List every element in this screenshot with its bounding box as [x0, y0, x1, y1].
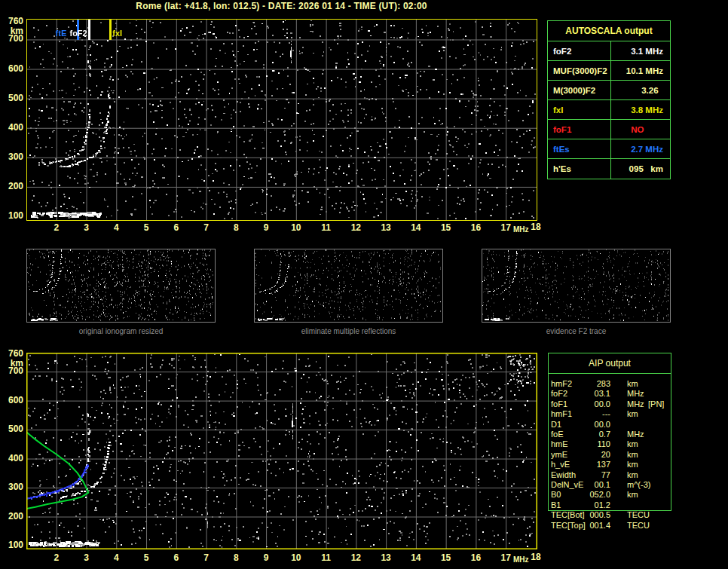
aip-unit: km [627, 439, 638, 448]
parameter-row: h'Es095 km [548, 159, 670, 179]
aip-unit: TECU [627, 521, 650, 530]
x-axis-label: 3 [75, 553, 98, 563]
thumbnail-caption: evidence F2 trace [482, 327, 671, 335]
fof2-marker-line [88, 20, 90, 40]
aip-value: --- [575, 409, 610, 418]
aip-label: foF1 [551, 399, 567, 408]
aip-label: D1 [551, 420, 561, 429]
aip-value: 137 [575, 460, 610, 469]
aip-parameter-list: hmF2283kmfoF203.1MHzfoF100.0MHz[PN]hmF1-… [548, 379, 680, 530]
parameter-row: foF23.1 MHz [548, 41, 670, 61]
x-axis-label: 15 [435, 223, 457, 233]
aip-row: h_vE137km [548, 460, 680, 470]
thumbnail-ionogram-0 [26, 249, 216, 323]
x-axis-label: 16 [464, 553, 487, 563]
aip-unit: km [627, 450, 638, 459]
aip-value: 77 [575, 470, 610, 479]
y-axis-label: 600 [0, 396, 23, 405]
x-axis-label: 13 [375, 553, 397, 563]
aip-label: hmE [551, 439, 568, 448]
x-axis-label: 11 [315, 223, 338, 233]
aip-label: h_vE [551, 460, 570, 469]
x-axis-label: 10 [285, 223, 307, 233]
aip-value: 001.4 [575, 521, 610, 530]
parameter-label: MUF(3000)F2 [548, 61, 611, 80]
parameter-value: NO [611, 120, 670, 139]
aip-value: 00.1 [575, 480, 610, 489]
y-axis-label: 400 [0, 454, 23, 463]
aip-label: B1 [551, 500, 561, 509]
x-axis-label: 9 [255, 223, 277, 233]
x-axis-label: 11 [315, 553, 338, 563]
y-axis-label: 700 [0, 366, 23, 376]
aip-label: B0 [551, 490, 561, 499]
x-axis-label: 7 [195, 223, 218, 233]
autoscala-app-window: { "title": "Rome (lat: +41.8, lon: 012.5… [0, 0, 728, 569]
aip-label: ymE [551, 450, 567, 459]
top-ionogram-plot [26, 19, 537, 221]
aip-row: foE0.7MHz [548, 430, 680, 439]
fte-marker-label: ftE [56, 29, 67, 38]
x-axis-label: 14 [405, 553, 427, 563]
y-axis-label: 700 [0, 34, 23, 44]
thumbnail-caption: original ionogram resized [26, 327, 216, 335]
fxi-marker-line [109, 20, 112, 40]
y-axis-label: 100 [0, 540, 23, 550]
x-axis-label: 6 [165, 223, 188, 233]
aip-unit: MHz [627, 399, 644, 408]
aip-row: D100.0 [548, 420, 680, 430]
aip-value: 00.0 [575, 420, 610, 429]
aip-unit: m^(-3) [627, 480, 650, 489]
aip-row: hmF2283km [548, 379, 680, 389]
x-axis-label: 5 [135, 553, 158, 563]
aip-value: 20 [575, 450, 610, 459]
station-header: Rome (lat: +41.8, lon: 012.5) - DATE: 20… [0, 1, 563, 11]
parameter-label: ftEs [548, 139, 611, 158]
parameter-value: 3.8 MHz [611, 100, 670, 119]
aip-row: TEC[Bot]000.5TECU [548, 510, 680, 520]
aip-unit: MHz [627, 389, 644, 398]
parameter-value: 3.1 MHz [611, 41, 670, 60]
thumbnail-caption: eliminate multiple reflections [254, 327, 443, 335]
parameter-label: foF1 [548, 120, 611, 139]
parameter-row: fxI3.8 MHz [548, 100, 670, 120]
aip-row: B0052.0km [548, 490, 680, 500]
aip-value: 052.0 [575, 490, 610, 499]
x-axis-end-label: 18 [525, 552, 547, 562]
parameter-row: MUF(3000)F210.1 MHz [548, 61, 670, 81]
y-axis-label: 300 [0, 482, 23, 492]
x-axis-end-label: 18 [525, 222, 547, 232]
x-axis-label: 3 [75, 223, 98, 233]
parameter-value: 3.26 [611, 81, 670, 99]
bottom-ionogram-plot [26, 353, 537, 549]
x-axis-label: 7 [195, 553, 218, 563]
thumbnail-ionogram-1 [254, 249, 443, 323]
x-axis-label: 9 [255, 553, 277, 563]
x-axis-label: 13 [375, 223, 397, 233]
y-axis-label: 400 [0, 123, 23, 133]
aip-row: hmF1---km [548, 409, 680, 419]
parameter-value: 095 km [611, 159, 670, 179]
autoscala-output-panel: AUTOSCALA output foF23.1 MHzMUF(3000)F21… [547, 20, 671, 179]
aip-unit: km [627, 409, 638, 418]
aip-unit: km [627, 460, 638, 469]
x-axis-label: 8 [225, 223, 247, 233]
aip-unit: km [627, 470, 638, 479]
aip-label: foE [551, 430, 564, 439]
x-axis-label: 2 [45, 553, 68, 563]
parameter-value: 2.7 MHz [611, 139, 670, 158]
aip-row: TEC[Top]001.4TECU [548, 521, 680, 531]
aip-row: foF100.0MHz[PN] [548, 399, 680, 409]
aip-unit: MHz [627, 430, 644, 439]
aip-label: foF2 [551, 389, 567, 398]
x-axis-label: 4 [105, 553, 127, 563]
aip-label: hmF2 [551, 379, 572, 388]
x-axis-label: 5 [135, 223, 158, 233]
aip-value: 283 [575, 379, 610, 388]
x-axis-label: 4 [105, 223, 127, 233]
y-axis-label: 200 [0, 182, 23, 191]
aip-unit: km [627, 490, 638, 499]
aip-value: 0.7 [575, 430, 610, 439]
aip-row: B101.2 [548, 500, 680, 510]
y-axis-label: 500 [0, 424, 23, 434]
